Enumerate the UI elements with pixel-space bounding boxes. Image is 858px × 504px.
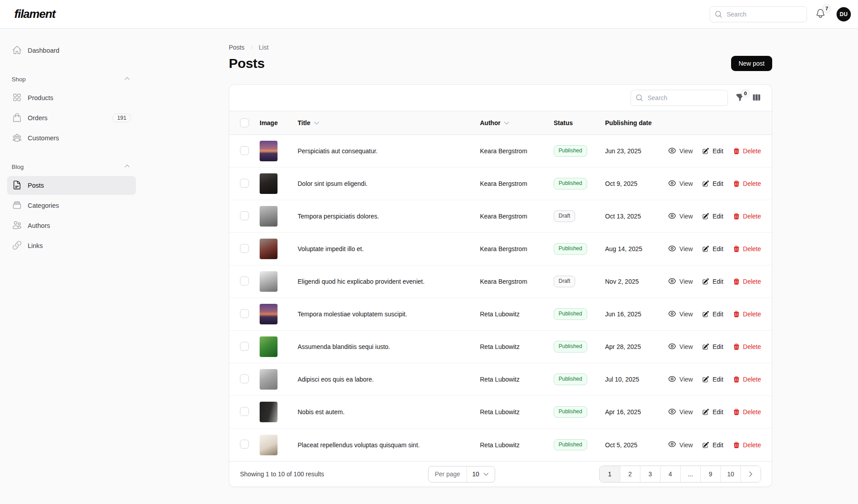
delete-action[interactable]: Delete <box>733 212 761 221</box>
search-icon <box>635 94 644 102</box>
delete-action[interactable]: Delete <box>733 440 761 449</box>
delete-action[interactable]: Delete <box>733 277 761 286</box>
view-action[interactable]: View <box>668 179 693 189</box>
column-header-title[interactable]: Title <box>298 119 480 126</box>
trash-icon <box>733 245 740 252</box>
row-checkbox[interactable] <box>240 179 249 188</box>
delete-action[interactable]: Delete <box>733 179 761 189</box>
trash-icon <box>733 180 740 187</box>
view-action[interactable]: View <box>668 310 693 319</box>
sidebar-item-categories[interactable]: Categories <box>7 196 136 215</box>
table-row[interactable]: Dolor sint ipsum eligendi. Keara Bergstr… <box>229 168 772 200</box>
edit-action[interactable]: Edit <box>702 212 723 221</box>
pagination-page-9[interactable]: 9 <box>700 466 720 482</box>
toggle-columns-button[interactable] <box>752 93 761 103</box>
edit-action[interactable]: Edit <box>702 147 723 156</box>
status-badge: Published <box>554 406 587 417</box>
view-action[interactable]: View <box>668 147 693 156</box>
chevron-down-icon <box>483 471 489 478</box>
edit-action[interactable]: Edit <box>702 375 723 384</box>
global-search-input[interactable] <box>710 6 807 22</box>
view-action[interactable]: View <box>668 342 693 352</box>
sidebar-group-blog: Blog <box>7 163 136 171</box>
view-action[interactable]: View <box>668 407 693 417</box>
trash-icon <box>733 213 740 220</box>
pagination-page-1[interactable]: 1 <box>600 466 620 482</box>
view-action[interactable]: View <box>668 244 693 254</box>
sidebar-item-authors[interactable]: Authors <box>7 216 136 235</box>
pagination-page-2[interactable]: 2 <box>620 466 640 482</box>
chevron-up-icon[interactable] <box>124 163 130 171</box>
delete-action[interactable]: Delete <box>733 375 761 384</box>
table-row[interactable]: Perspiciatis aut consequatur. Keara Berg… <box>229 135 772 168</box>
view-action[interactable]: View <box>668 440 693 449</box>
row-checkbox[interactable] <box>240 277 249 286</box>
view-action[interactable]: View <box>668 375 693 384</box>
table-row[interactable]: Tempora perspiciatis dolores. Keara Berg… <box>229 200 772 233</box>
edit-action[interactable]: Edit <box>702 440 723 449</box>
delete-action[interactable]: Delete <box>733 407 761 417</box>
row-checkbox[interactable] <box>240 440 249 449</box>
edit-action[interactable]: Edit <box>702 310 723 319</box>
table-search-input[interactable] <box>631 90 728 106</box>
sidebar-item-orders[interactable]: Orders 191 <box>7 109 136 127</box>
edit-action[interactable]: Edit <box>702 179 723 189</box>
pagination-page-10[interactable]: 10 <box>720 466 740 482</box>
sort-icon[interactable] <box>313 120 320 126</box>
delete-action[interactable]: Delete <box>733 244 761 254</box>
column-header-author[interactable]: Author <box>480 119 554 126</box>
edit-action[interactable]: Edit <box>702 407 723 417</box>
select-all-checkbox[interactable] <box>240 118 249 127</box>
row-checkbox[interactable] <box>240 374 249 383</box>
table-row[interactable]: Eligendi quod hic explicabo provident ev… <box>229 265 772 298</box>
view-action[interactable]: View <box>668 277 693 286</box>
row-checkbox[interactable] <box>240 342 249 351</box>
post-title: Placeat repellendus voluptas quisquam si… <box>298 441 480 449</box>
edit-action[interactable]: Edit <box>702 342 723 352</box>
row-checkbox[interactable] <box>240 146 249 155</box>
chevron-up-icon[interactable] <box>124 75 130 83</box>
post-thumbnail-image <box>260 402 278 422</box>
pencil-square-icon <box>702 441 709 449</box>
status-badge: Draft <box>554 276 575 287</box>
table-row[interactable]: Adipisci eos quis ea labore. Reta Lubowi… <box>229 363 772 396</box>
publishing-date: Oct 5, 2025 <box>605 441 679 449</box>
table-row[interactable]: Assumenda blanditiis sequi iusto. Reta L… <box>229 331 772 363</box>
sidebar-item-dashboard[interactable]: Dashboard <box>7 41 136 60</box>
per-page-value[interactable]: 10 <box>467 466 495 482</box>
post-title: Tempora molestiae voluptatem suscipit. <box>298 311 480 318</box>
pagination-next-button[interactable] <box>740 466 761 482</box>
post-title: Adipisci eos quis ea labore. <box>298 376 480 383</box>
table-row[interactable]: Voluptate impedit illo et. Keara Bergstr… <box>229 233 772 265</box>
sidebar-item-customers[interactable]: Customers <box>7 129 136 147</box>
row-checkbox[interactable] <box>240 211 249 220</box>
sidebar-item-products[interactable]: Products <box>7 88 136 107</box>
sidebar: Dashboard Shop Products Orders 191 Custo… <box>0 29 143 504</box>
post-author: Keara Bergstrom <box>480 213 554 220</box>
table-row[interactable]: Tempora molestiae voluptatem suscipit. R… <box>229 298 772 331</box>
delete-action[interactable]: Delete <box>733 342 761 352</box>
user-avatar[interactable]: DU <box>837 7 851 21</box>
sort-icon[interactable] <box>503 120 510 126</box>
row-checkbox[interactable] <box>240 407 249 416</box>
view-action[interactable]: View <box>668 212 693 221</box>
table-row[interactable]: Nobis est autem. Reta Lubowitz Published… <box>229 396 772 428</box>
notifications-button[interactable]: 7 <box>815 8 826 20</box>
row-checkbox[interactable] <box>240 309 249 318</box>
pagination-page-3[interactable]: 3 <box>640 466 660 482</box>
page-title: Posts <box>229 56 265 71</box>
table-row[interactable]: Placeat repellendus voluptas quisquam si… <box>229 428 772 461</box>
breadcrumb-posts[interactable]: Posts <box>229 44 244 51</box>
row-checkbox[interactable] <box>240 244 249 253</box>
topbar: filament 7 DU <box>0 0 858 29</box>
pagination-page-4[interactable]: 4 <box>660 466 680 482</box>
sidebar-item-posts[interactable]: Posts <box>7 176 136 195</box>
new-post-button[interactable]: New post <box>731 56 772 71</box>
filter-button[interactable]: 0 <box>736 93 744 103</box>
delete-action[interactable]: Delete <box>733 147 761 156</box>
edit-action[interactable]: Edit <box>702 244 723 254</box>
delete-action[interactable]: Delete <box>733 310 761 319</box>
publishing-date: Jun 16, 2025 <box>605 311 679 318</box>
sidebar-item-links[interactable]: Links <box>7 236 136 255</box>
edit-action[interactable]: Edit <box>702 277 723 286</box>
